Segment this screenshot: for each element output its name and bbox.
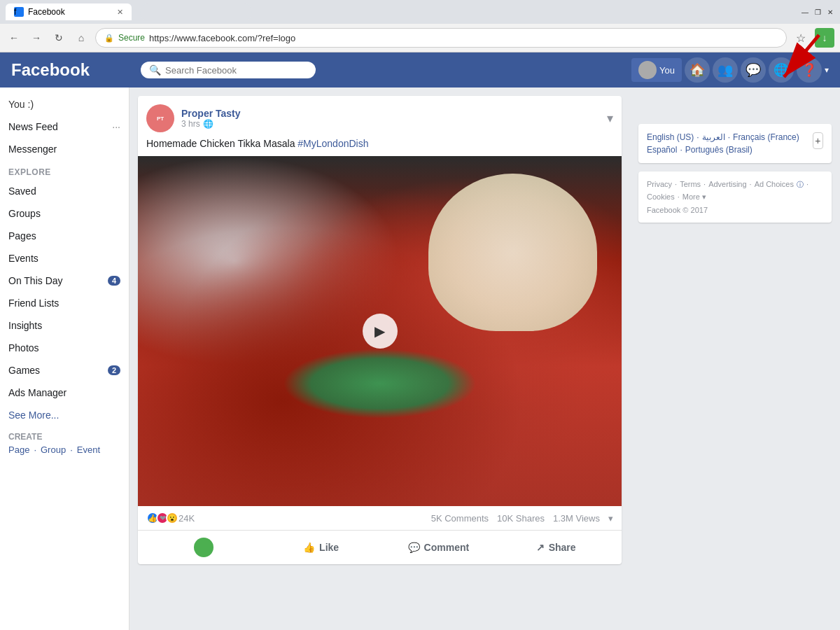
ad-choices-icon: ⓘ (797, 180, 804, 190)
facebook-favicon: f (14, 7, 24, 17)
news-feed-label: News Feed (8, 121, 58, 132)
share-action-icon: ↗ (536, 542, 545, 553)
create-separator-1: · (34, 444, 36, 455)
language-section: English (US) · العربية · Français (Franc… (647, 132, 823, 155)
post-counts: 5K Comments 10K Shares 1.3M Views ▾ (431, 513, 613, 524)
create-page-link[interactable]: Page (8, 444, 29, 455)
post-visibility-icon: 🌐 (203, 119, 214, 129)
lang-spanish[interactable]: Español (647, 145, 677, 155)
sidebar-item-groups[interactable]: Groups (0, 202, 129, 225)
search-input[interactable] (165, 65, 298, 76)
footer-cookies-link[interactable]: Cookies (647, 192, 675, 202)
sidebar-item-ads-manager[interactable]: Ads Manager (0, 382, 129, 404)
post-author-name[interactable]: Proper Tasty (181, 108, 600, 119)
lang-arabic[interactable]: العربية (702, 132, 725, 142)
sidebar-item-on-this-day[interactable]: On This Day 4 (0, 270, 129, 292)
sidebar-item-news-feed[interactable]: News Feed ··· (0, 115, 129, 138)
post-stats: 👍 ❤ 😮 24K 5K Comments 10K Shares 1.3M Vi… (138, 506, 622, 531)
post-meta: Proper Tasty 3 hrs 🌐 (181, 108, 600, 129)
window-controls: — ❐ ✕ (801, 8, 834, 16)
video-play-button[interactable]: ▶ (363, 314, 398, 349)
right-panel-spacer (638, 96, 832, 124)
footer-privacy-link[interactable]: Privacy (647, 180, 672, 190)
add-language-button[interactable]: + (813, 132, 824, 149)
language-links: English (US) · العربية · Français (Franc… (647, 132, 807, 155)
user-label: You (659, 65, 675, 76)
post-header: PT Proper Tasty 3 hrs 🌐 ▾ (138, 96, 622, 138)
comment-action-button[interactable]: 💬 Comment (382, 533, 496, 561)
see-more-link[interactable]: See More... (0, 404, 129, 426)
messenger-nav-button[interactable]: 💬 (741, 57, 766, 83)
home-button[interactable]: ⌂ (73, 29, 90, 46)
globe-nav-button[interactable]: 🌐 (769, 57, 794, 83)
news-feed-options-icon[interactable]: ··· (112, 121, 120, 132)
sidebar-item-events[interactable]: Events (0, 247, 129, 270)
post-action-user-avatar (194, 538, 214, 557)
reload-button[interactable]: ↻ (50, 29, 67, 46)
sidebar-item-saved[interactable]: Saved (0, 180, 129, 202)
minimize-button[interactable]: — (801, 8, 809, 16)
browser-chrome: f Facebook ✕ — ❐ ✕ ← → ↻ ⌂ 🔒 Secure http… (0, 0, 840, 52)
user-profile-button[interactable]: You (631, 58, 682, 82)
extension-button[interactable]: ↓ (815, 28, 834, 48)
address-bar-input[interactable]: 🔒 Secure https://www.facebook.com/?ref=l… (95, 28, 787, 48)
post-author-avatar: PT (146, 104, 174, 132)
create-event-link[interactable]: Event (77, 444, 100, 455)
comments-count[interactable]: 5K Comments (431, 513, 489, 524)
friends-nav-button[interactable]: 👥 (713, 57, 738, 83)
facebook-right-panel: English (US) · العربية · Français (Franc… (630, 88, 840, 630)
facebook-app: Facebook 🔍 You 🏠 👥 💬 🌐 ❓ (0, 52, 840, 630)
sidebar-item-friend-lists[interactable]: Friend Lists (0, 292, 129, 314)
sidebar-item-games[interactable]: Games 2 (0, 359, 129, 382)
back-button[interactable]: ← (6, 29, 22, 46)
bookmark-icon[interactable]: ☆ (792, 29, 809, 46)
facebook-header: Facebook 🔍 You 🏠 👥 💬 🌐 ❓ (0, 52, 840, 88)
maximize-button[interactable]: ❐ (813, 8, 822, 16)
facebook-logo[interactable]: Facebook (6, 60, 135, 80)
extension-icon: ↓ (822, 32, 827, 43)
shares-count[interactable]: 10K Shares (497, 513, 545, 524)
sidebar-item-messenger[interactable]: Messenger (0, 138, 129, 160)
forward-button[interactable]: → (28, 29, 45, 46)
footer-links: Privacy · Terms · Advertising · Ad Choic… (647, 180, 823, 202)
like-action-button[interactable]: 👍 Like (264, 533, 379, 561)
post-image[interactable]: ▶ (138, 156, 622, 506)
sidebar-item-photos[interactable]: Photos (0, 337, 129, 359)
messenger-icon: 💬 (746, 62, 761, 78)
tab-close-button[interactable]: ✕ (117, 8, 123, 17)
on-this-day-badge: 4 (108, 276, 120, 286)
post-options-button[interactable]: ▾ (607, 111, 613, 126)
lang-french[interactable]: Français (France) (733, 132, 799, 142)
create-group-link[interactable]: Group (41, 444, 66, 455)
home-nav-button[interactable]: 🏠 (685, 57, 710, 83)
post-actions-bar: 👍 Like 💬 Comment ↗ Share (138, 531, 622, 564)
reaction-icons: 👍 ❤ 😮 (146, 512, 176, 524)
footer-terms-link[interactable]: Terms (680, 180, 701, 190)
help-nav-button[interactable]: ❓ (797, 57, 822, 83)
header-dropdown-button[interactable]: ▾ (825, 65, 829, 75)
facebook-post: PT Proper Tasty 3 hrs 🌐 ▾ Homemade Chick… (138, 96, 622, 564)
user-avatar-small (638, 61, 657, 79)
footer-more-link[interactable]: More ▾ (682, 192, 706, 202)
tab-title: Facebook (28, 7, 65, 17)
herbs-overlay (283, 349, 476, 419)
like-action-label: Like (319, 542, 339, 553)
secure-label: Secure (118, 33, 145, 43)
url-text: https://www.facebook.com/?ref=logo (149, 33, 778, 43)
lang-portuguese[interactable]: Português (Brasil) (685, 145, 752, 155)
lang-english[interactable]: English (US) (647, 132, 694, 142)
sidebar-user-greeting[interactable]: You :) (0, 93, 129, 115)
sidebar-item-pages[interactable]: Pages (0, 225, 129, 247)
browser-tab[interactable]: f Facebook ✕ (6, 4, 132, 20)
reactions-dropdown-icon[interactable]: ▾ (608, 513, 613, 524)
sidebar-item-insights[interactable]: Insights (0, 314, 129, 337)
search-box[interactable]: 🔍 (141, 62, 316, 78)
browser-address-bar: ← → ↻ ⌂ 🔒 Secure https://www.facebook.co… (0, 24, 840, 52)
post-hashtag[interactable]: #MyLondonDish (298, 138, 368, 149)
footer-ad-choices-link[interactable]: Ad Choices (755, 180, 794, 190)
post-text: Homemade Chicken Tikka Masala #MyLondonD… (138, 138, 622, 156)
close-button[interactable]: ✕ (826, 8, 834, 16)
footer-advertising-link[interactable]: Advertising (708, 180, 746, 190)
share-action-button[interactable]: ↗ Share (498, 533, 613, 561)
post-reactions: 👍 ❤ 😮 24K (146, 512, 195, 524)
